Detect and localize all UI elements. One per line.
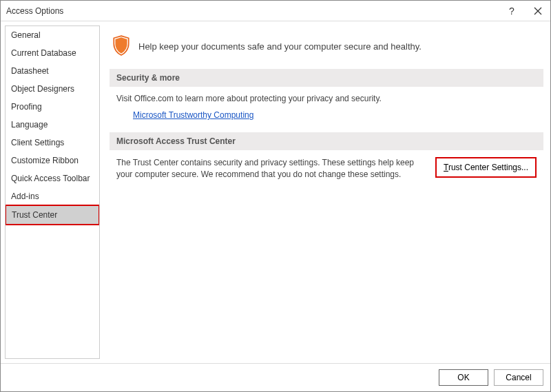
sidebar-item-language[interactable]: Language [6, 116, 99, 134]
sidebar-item-current-database[interactable]: Current Database [6, 44, 99, 62]
sidebar-item-label: Client Settings [11, 138, 64, 147]
security-description: Visit Office.com to learn more about pro… [116, 94, 537, 103]
sidebar-item-label: Trust Center [12, 210, 57, 220]
section-body-trust-center: The Trust Center contains security and p… [110, 157, 543, 193]
sidebar-item-label: Object Designers [11, 84, 74, 94]
category-sidebar: General Current Database Datasheet Objec… [5, 25, 100, 359]
button-suffix: rust Center Settings... [448, 163, 528, 172]
section-header-trust-center: Microsoft Access Trust Center [110, 132, 543, 150]
banner-text: Help keep your documents safe and your c… [138, 41, 422, 52]
sidebar-item-customize-ribbon[interactable]: Customize Ribbon [6, 152, 99, 169]
trust-center-row: The Trust Center contains security and p… [116, 157, 537, 180]
window-title: Access Options [6, 6, 505, 16]
window-controls: ? [505, 4, 545, 18]
sidebar-item-proofing[interactable]: Proofing [6, 98, 99, 116]
sidebar-item-quick-access-toolbar[interactable]: Quick Access Toolbar [6, 169, 99, 187]
sidebar-item-label: Proofing [11, 102, 42, 112]
sidebar-item-datasheet[interactable]: Datasheet [6, 62, 99, 80]
dialog-footer: OK Cancel [1, 363, 550, 391]
section-header-security: Security & more [110, 69, 543, 87]
accelerator-prefix: T [444, 163, 448, 172]
sidebar-item-label: Datasheet [11, 66, 49, 76]
section-body-security: Visit Office.com to learn more about pro… [110, 94, 543, 132]
sidebar-item-label: Language [11, 120, 48, 130]
content-pane: Help keep your documents safe and your c… [105, 25, 546, 359]
cancel-button[interactable]: Cancel [494, 369, 543, 386]
sidebar-item-add-ins[interactable]: Add-ins [6, 187, 99, 205]
sidebar-item-client-settings[interactable]: Client Settings [6, 134, 99, 152]
help-button[interactable]: ? [505, 4, 519, 18]
sidebar-item-general[interactable]: General [6, 26, 99, 44]
sidebar-item-label: Customize Ribbon [11, 156, 79, 165]
shield-icon [112, 35, 130, 58]
close-button[interactable] [531, 4, 545, 18]
ok-button[interactable]: OK [439, 369, 488, 386]
sidebar-item-label: General [11, 30, 41, 40]
options-dialog: Access Options ? General Current Databas… [0, 0, 551, 392]
trust-center-description: The Trust Center contains security and p… [116, 157, 422, 180]
trustworthy-computing-link[interactable]: Microsoft Trustworthy Computing [133, 110, 253, 120]
banner: Help keep your documents safe and your c… [110, 30, 543, 69]
sidebar-item-label: Quick Access Toolbar [11, 174, 90, 183]
trust-center-settings-button[interactable]: Trust Center Settings... [435, 157, 537, 178]
sidebar-item-label: Current Database [11, 48, 76, 58]
dialog-body: General Current Database Datasheet Objec… [1, 21, 550, 363]
sidebar-item-object-designers[interactable]: Object Designers [6, 80, 99, 98]
title-bar: Access Options ? [1, 1, 550, 21]
sidebar-item-trust-center[interactable]: Trust Center [5, 205, 100, 225]
sidebar-item-label: Add-ins [11, 192, 39, 201]
